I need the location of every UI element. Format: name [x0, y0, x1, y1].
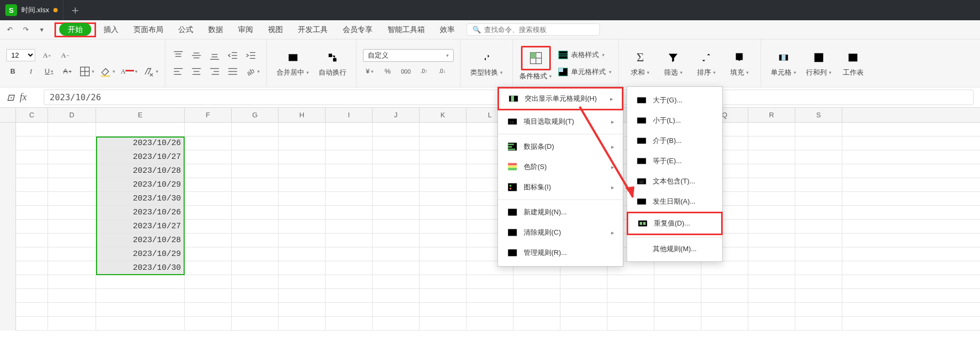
underline-icon[interactable]: U▾ — [43, 65, 56, 78]
cell[interactable] — [420, 261, 467, 275]
orientation-icon[interactable]: ab▾ — [244, 65, 260, 78]
align-right-icon[interactable] — [208, 65, 221, 78]
cell[interactable] — [701, 303, 748, 316]
cell[interactable] — [185, 261, 232, 275]
align-left-icon[interactable] — [172, 65, 185, 78]
menu-date-occurring[interactable]: 发生日期(A)... — [627, 191, 722, 212]
border-icon[interactable]: ▾ — [79, 65, 94, 78]
cell[interactable] — [420, 303, 467, 316]
cell[interactable] — [467, 317, 513, 330]
cell[interactable] — [232, 234, 279, 247]
command-search[interactable]: 🔍 — [467, 23, 600, 36]
cell[interactable] — [701, 317, 748, 330]
font-size-selector[interactable]: 12 — [6, 49, 35, 61]
cell[interactable] — [185, 178, 232, 191]
cell[interactable] — [326, 261, 373, 275]
cell[interactable] — [795, 317, 842, 330]
cell[interactable] — [185, 150, 232, 164]
cell[interactable] — [607, 275, 654, 288]
cell[interactable] — [279, 206, 326, 219]
cell[interactable] — [185, 275, 232, 288]
cell[interactable] — [48, 317, 96, 330]
cell[interactable] — [748, 137, 795, 150]
font-color-icon[interactable]: A▾ — [121, 65, 138, 78]
cell[interactable] — [420, 275, 467, 288]
cell[interactable] — [326, 247, 373, 261]
cell[interactable] — [373, 178, 420, 191]
menu-equal-to[interactable]: 等于(E)... — [627, 151, 722, 171]
cell[interactable] — [48, 261, 96, 275]
conditional-format-button[interactable]: 条件格式▾ — [519, 71, 552, 81]
cell[interactable] — [279, 234, 326, 247]
strikethrough-icon[interactable]: A▾ — [61, 65, 74, 78]
menu-new-rule[interactable]: 新建规则(N)... — [498, 202, 623, 222]
tab-efficiency[interactable]: 效率 — [432, 20, 462, 39]
cell[interactable]: 2023/10/29 — [96, 178, 185, 191]
cell[interactable] — [279, 123, 326, 136]
cell[interactable] — [16, 234, 48, 247]
tab-start[interactable]: 开始 — [59, 23, 91, 36]
thousands-icon[interactable]: 000 — [399, 65, 412, 78]
filter-button[interactable]: 筛选▾ — [658, 39, 688, 87]
cell[interactable] — [513, 303, 560, 316]
cell[interactable] — [654, 317, 701, 330]
new-tab-button[interactable]: ＋ — [64, 0, 87, 20]
cell[interactable] — [326, 234, 373, 247]
cell[interactable] — [748, 150, 795, 164]
cell[interactable] — [795, 261, 842, 275]
cell[interactable] — [279, 317, 326, 330]
cell[interactable] — [795, 137, 842, 150]
cell[interactable] — [373, 275, 420, 288]
cell[interactable] — [560, 303, 607, 316]
cell[interactable] — [185, 317, 232, 330]
increase-font-icon[interactable]: A+ — [41, 49, 53, 62]
align-center-icon[interactable] — [190, 65, 203, 78]
currency-icon[interactable]: ¥▾ — [363, 65, 376, 78]
cell[interactable] — [48, 123, 96, 136]
menu-highlight-cells-rules[interactable]: 突出显示单元格规则(H) ▸ — [499, 89, 622, 109]
cell[interactable] — [513, 275, 560, 288]
italic-icon[interactable]: I — [25, 65, 37, 78]
cell[interactable] — [701, 275, 748, 288]
cell[interactable] — [96, 275, 185, 288]
cell[interactable] — [795, 289, 842, 302]
tab-review[interactable]: 审阅 — [231, 20, 260, 39]
tab-data[interactable]: 数据 — [201, 20, 231, 39]
cell[interactable] — [748, 303, 795, 316]
cell[interactable] — [607, 317, 654, 330]
column-header-S[interactable]: S — [795, 108, 842, 122]
cell[interactable] — [232, 123, 279, 136]
cell[interactable] — [420, 206, 467, 219]
cell[interactable] — [185, 123, 232, 136]
tab-view[interactable]: 视图 — [260, 20, 290, 39]
cell[interactable] — [420, 192, 467, 205]
cell[interactable] — [326, 123, 373, 136]
tab-smart-toolbox[interactable]: 智能工具箱 — [380, 20, 432, 39]
cell[interactable] — [795, 247, 842, 261]
cell[interactable] — [185, 234, 232, 247]
cell[interactable] — [232, 192, 279, 205]
cell[interactable] — [560, 275, 607, 288]
column-header-D[interactable]: D — [48, 108, 96, 122]
cell[interactable] — [701, 261, 748, 275]
cell[interactable] — [607, 289, 654, 302]
cell[interactable] — [232, 247, 279, 261]
cell[interactable] — [373, 150, 420, 164]
cell[interactable] — [48, 275, 96, 288]
column-header-I[interactable]: I — [326, 108, 373, 122]
cell[interactable]: 2023/10/30 — [96, 192, 185, 205]
cell[interactable] — [16, 247, 48, 261]
cell[interactable] — [795, 164, 842, 178]
cell[interactable] — [185, 247, 232, 261]
cell[interactable] — [48, 150, 96, 164]
cell[interactable] — [232, 317, 279, 330]
cell[interactable] — [16, 206, 48, 219]
cell[interactable] — [560, 317, 607, 330]
cell[interactable] — [48, 164, 96, 178]
cell[interactable] — [467, 303, 513, 316]
command-search-input[interactable] — [484, 26, 594, 34]
cell[interactable] — [16, 220, 48, 233]
cell[interactable] — [326, 317, 373, 330]
cell[interactable] — [373, 303, 420, 316]
cell[interactable] — [373, 289, 420, 302]
